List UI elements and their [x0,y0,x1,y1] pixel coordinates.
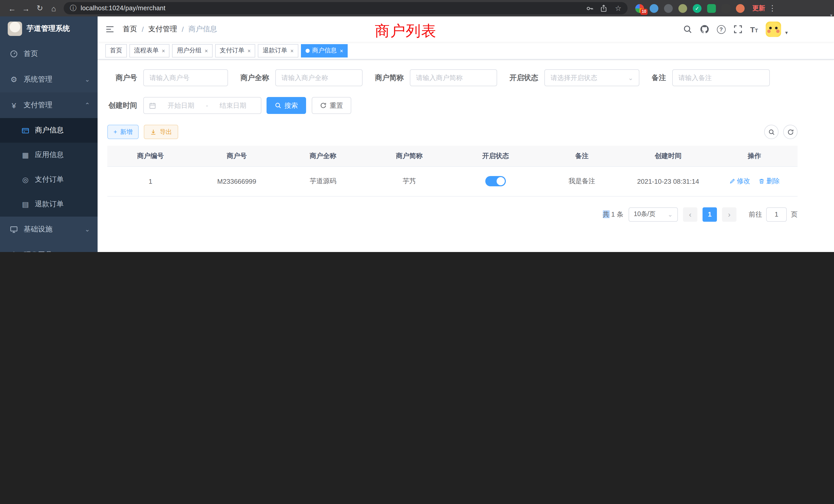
payment-submenu: 商户信息 ▦ 应用信息 ◎ 支付订单 ▤ 退款订单 [0,118,97,216]
pagination: 共 1 条 10条/页 ⌄ ‹ 1 › 前往 页 [107,207,797,222]
column-header: 商户简称 [366,146,453,166]
column-header: 商户号 [194,146,280,166]
full-name-input[interactable] [275,69,363,86]
sidebar-item-label: 研发工具 [24,250,52,252]
next-page-button[interactable]: › [722,207,737,222]
tab-user-group[interactable]: 用户分组× [172,44,213,57]
extension-icon[interactable]: 10 [635,4,644,13]
chevron-down-icon[interactable]: ▾ [785,29,788,35]
browser-update-button[interactable]: 更新 [752,4,765,13]
sidebar-item-home[interactable]: 首页 [0,41,97,67]
reload-icon[interactable]: ↻ [33,4,47,13]
search-icon[interactable] [683,25,692,34]
close-icon[interactable]: × [290,47,294,54]
tab-pay-order[interactable]: 支付订单× [215,44,256,57]
sidebar-item-refund-order[interactable]: ▤ 退款订单 [0,192,97,216]
create-time-range-picker[interactable]: 开始日期 - 结束日期 [143,97,261,114]
status-toggle[interactable] [485,176,506,186]
extension-icon[interactable] [736,4,745,13]
extension-icon[interactable] [678,4,687,13]
tab-refund-order[interactable]: 退款订单× [258,44,299,57]
cell-id: 1 [107,166,194,196]
sidebar-item-system[interactable]: ⚙ 系统管理 ⌄ [0,67,97,92]
extension-icon[interactable] [722,4,730,13]
tab-process-form[interactable]: 流程表单× [129,44,170,57]
extension-icon[interactable] [664,4,673,13]
sidebar-item-infrastructure[interactable]: 基础设施 ⌄ [0,216,97,242]
filter-row-2: 创建时间 开始日期 - 结束日期 搜索 重置 [107,97,797,114]
sidebar-item-label: 基础设施 [24,225,52,234]
search-button[interactable]: 搜索 [266,97,306,114]
column-header: 创建时间 [625,146,711,166]
end-date-placeholder: 结束日期 [210,101,256,110]
sidebar-item-label: 退款订单 [35,200,64,209]
breadcrumb-item[interactable]: 支付管理 [148,25,177,34]
sidebar-item-merchant-info[interactable]: 商户信息 [0,118,97,143]
merchant-no-input[interactable] [143,69,228,86]
table-header-row: 商户编号 商户号 商户全称 商户简称 开启状态 备注 创建时间 操作 [107,146,797,166]
short-name-input[interactable] [410,69,497,86]
sidebar-item-label: 商户信息 [35,126,64,135]
close-icon[interactable]: × [340,47,343,54]
breadcrumb-separator: / [142,25,144,33]
cell-remark: 我是备注 [539,166,625,196]
extension-icon[interactable] [707,4,716,13]
password-key-icon[interactable] [586,4,594,12]
search-icon [275,102,281,109]
close-icon[interactable]: × [247,47,251,54]
forward-icon[interactable]: → [19,4,33,13]
app-title: 芋道管理系统 [27,24,70,33]
browser-menu-icon[interactable]: ⋮ [767,4,777,13]
logo[interactable]: 芋道管理系统 [0,17,97,41]
bookmark-star-icon[interactable]: ☆ [615,4,621,12]
sidebar-item-app-info[interactable]: ▦ 应用信息 [0,143,97,167]
hamburger-icon[interactable] [105,25,114,33]
breadcrumb-item-current: 商户信息 [189,25,217,34]
target-icon: ◎ [22,176,29,184]
fullscreen-icon[interactable] [733,25,742,34]
user-avatar[interactable] [766,22,781,37]
font-size-icon[interactable]: TT [750,25,758,33]
address-bar[interactable]: ⓘ localhost:1024/pay/merchant ☆ [64,2,628,14]
toggle-search-button[interactable] [764,125,778,139]
sidebar-item-pay-order[interactable]: ◎ 支付订单 [0,167,97,192]
share-icon[interactable] [600,4,608,12]
edit-link[interactable]: 修改 [729,177,750,186]
tab-merchant-info[interactable]: 商户信息× [301,44,348,57]
page-size-select[interactable]: 10条/页 ⌄ [629,207,678,222]
close-icon[interactable]: × [162,47,165,54]
breadcrumb-item[interactable]: 首页 [123,25,137,34]
trash-icon [759,178,765,184]
refresh-table-button[interactable] [783,125,797,139]
back-icon[interactable]: ← [5,4,19,13]
browser-chrome: ← → ↻ ⌂ ⓘ localhost:1024/pay/merchant ☆ … [0,0,834,17]
github-icon[interactable] [700,25,709,34]
prev-page-button[interactable]: ‹ [683,207,697,222]
filter-label: 商户简称 [375,73,404,83]
total-count: 共 1 条 [602,210,623,219]
merchant-table: 商户编号 商户号 商户全称 商户简称 开启状态 备注 创建时间 操作 1 [107,146,797,196]
home-icon[interactable]: ⌂ [47,4,61,13]
site-info-icon[interactable]: ⓘ [70,4,76,13]
add-button[interactable]: + 新增 [107,125,139,139]
sidebar-item-payment[interactable]: ¥ 支付管理 ⌃ [0,92,97,118]
extension-icon[interactable]: ✓ [693,4,702,13]
export-button[interactable]: 导出 [144,125,178,139]
help-icon[interactable]: ? [717,25,725,33]
filter-label: 备注 [652,73,666,83]
goto-page-input[interactable] [766,207,787,222]
url-text: localhost:1024/pay/merchant [81,5,166,12]
tab-home[interactable]: 首页 [105,44,127,57]
reset-button[interactable]: 重置 [312,97,351,114]
sidebar-item-devtools[interactable]: 研发工具 ⌄ [0,242,97,252]
page-1-button[interactable]: 1 [703,207,717,222]
close-icon[interactable]: × [205,47,208,54]
status-select[interactable]: 请选择开启状态 ⌄ [544,69,639,86]
cell-short-name: 芋艿 [366,166,453,196]
remark-input[interactable] [672,69,770,86]
extension-icon[interactable] [650,4,658,13]
filter-label: 商户全称 [240,73,269,83]
delete-link[interactable]: 删除 [759,177,780,186]
topbar: 首页 / 支付管理 / 商户信息 商户列表 ? TT ▾ [97,17,834,42]
chevron-down-icon: ⌄ [85,76,90,83]
